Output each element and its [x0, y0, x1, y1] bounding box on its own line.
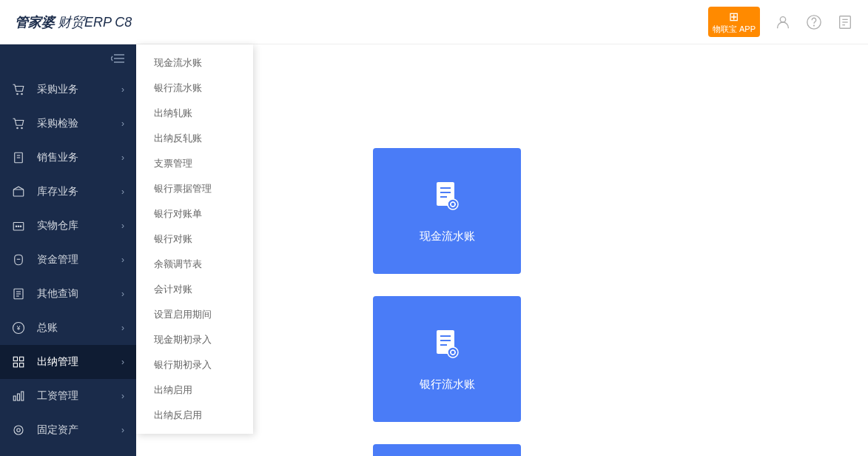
- submenu-cashier: 现金流水账银行流水账出纳轧账出纳反轧账支票管理银行票据管理银行对账单银行对账余额…: [136, 44, 253, 434]
- nav-icon: [12, 355, 27, 369]
- logo: 管家婆财贸ERP C8: [15, 13, 132, 31]
- nav-label: 采购业务: [37, 83, 78, 96]
- header-actions: ⊞ 物联宝 APP: [708, 7, 853, 36]
- nav-icon: [12, 389, 27, 403]
- chevron-right-icon: ›: [121, 84, 124, 95]
- sidebar-item-2[interactable]: 销售业务›: [0, 141, 136, 175]
- chevron-right-icon: ›: [121, 152, 124, 163]
- nav-icon: [12, 151, 27, 164]
- chevron-right-icon: ›: [121, 289, 124, 299]
- nav-label: 采购检验: [37, 117, 78, 130]
- chevron-right-icon: ›: [121, 255, 124, 265]
- svg-rect-32: [20, 363, 24, 367]
- sidebar-item-0[interactable]: 采购业务›: [0, 73, 136, 107]
- notes-icon[interactable]: [837, 14, 853, 30]
- submenu-item-12[interactable]: 银行期初录入: [136, 352, 253, 378]
- sidebar-item-6[interactable]: 其他查询›: [0, 277, 136, 311]
- user-icon[interactable]: [775, 14, 791, 30]
- submenu-item-10[interactable]: 设置启用期间: [136, 302, 253, 327]
- submenu-item-7[interactable]: 银行对账: [136, 227, 253, 252]
- nav-label: 固定资产: [37, 423, 78, 437]
- nav-icon: ¥: [12, 321, 27, 335]
- sidebar-item-3[interactable]: 库存业务›: [0, 175, 136, 209]
- svg-point-36: [14, 426, 23, 435]
- card-1[interactable]: 银行流水账: [373, 296, 521, 422]
- nav-icon: [12, 423, 27, 437]
- submenu-item-5[interactable]: 银行票据管理: [136, 176, 253, 201]
- sidebar-item-8[interactable]: 出纳管理›: [0, 345, 136, 379]
- submenu-item-4[interactable]: 支票管理: [136, 151, 253, 176]
- submenu-item-3[interactable]: 出纳反轧账: [136, 126, 253, 151]
- svg-point-21: [20, 226, 21, 227]
- svg-point-20: [18, 226, 19, 227]
- document-gear-icon: [431, 179, 463, 212]
- svg-point-19: [16, 226, 17, 227]
- svg-rect-17: [13, 190, 24, 196]
- submenu-item-2[interactable]: 出纳轧账: [136, 101, 253, 126]
- nav-label: 总账: [37, 321, 58, 335]
- nav-icon: [12, 83, 27, 96]
- nav-label: 库存业务: [37, 185, 78, 198]
- nav-label: 资金管理: [37, 253, 78, 266]
- sidebar-item-4[interactable]: 实物仓库›: [0, 209, 136, 243]
- nav-icon: [12, 287, 27, 301]
- sidebar-item-10[interactable]: 固定资产›: [0, 413, 136, 447]
- svg-point-0: [780, 16, 785, 21]
- app-badge-label: 物联宝 APP: [713, 24, 756, 33]
- card-label: 现金流水账: [420, 229, 475, 244]
- svg-rect-34: [18, 394, 20, 400]
- nav-label: 工资管理: [37, 389, 78, 403]
- document-gear-icon: [431, 327, 463, 360]
- submenu-item-0[interactable]: 现金流水账: [136, 50, 253, 76]
- submenu-item-11[interactable]: 现金期初录入: [136, 327, 253, 352]
- sidebar: 采购业务›采购检验›销售业务›库存业务›实物仓库›资金管理›其他查询›¥总账›出…: [0, 44, 136, 456]
- chevron-right-icon: ›: [121, 391, 124, 401]
- card-label: 银行流水账: [420, 378, 475, 392]
- nav-icon: [12, 185, 27, 198]
- svg-rect-35: [21, 392, 24, 400]
- submenu-item-8[interactable]: 余额调节表: [136, 252, 253, 277]
- svg-rect-30: [20, 357, 24, 361]
- nav-icon: [12, 117, 27, 130]
- svg-point-10: [17, 93, 18, 95]
- nav-label: 销售业务: [37, 151, 78, 164]
- chevron-right-icon: ›: [121, 323, 124, 333]
- chevron-right-icon: ›: [121, 118, 124, 129]
- nav-label: 其他查询: [37, 287, 78, 301]
- svg-point-2: [814, 25, 815, 26]
- collapse-button[interactable]: [0, 44, 136, 73]
- nav-label: 实物仓库: [37, 219, 78, 232]
- submenu-item-13[interactable]: 出纳启用: [136, 378, 253, 403]
- card-2[interactable]: 会计对账: [373, 444, 521, 456]
- svg-point-11: [21, 93, 23, 95]
- chevron-right-icon: ›: [121, 221, 124, 231]
- help-icon[interactable]: [806, 14, 822, 30]
- card-0[interactable]: 现金流水账: [373, 148, 521, 274]
- nav-label: 出纳管理: [37, 355, 78, 369]
- app-badge[interactable]: ⊞ 物联宝 APP: [708, 7, 760, 36]
- submenu-item-1[interactable]: 银行流水账: [136, 76, 253, 101]
- submenu-item-6[interactable]: 银行对账单: [136, 201, 253, 227]
- app-header: 管家婆财贸ERP C8 ⊞ 物联宝 APP: [0, 0, 868, 44]
- svg-point-48: [448, 347, 458, 358]
- svg-rect-33: [13, 396, 16, 400]
- nav-icon: [12, 219, 27, 232]
- chevron-right-icon: ›: [121, 187, 124, 197]
- sidebar-item-7[interactable]: ¥总账›: [0, 311, 136, 345]
- sidebar-item-5[interactable]: 资金管理›: [0, 243, 136, 277]
- sidebar-item-9[interactable]: 工资管理›: [0, 379, 136, 413]
- submenu-item-14[interactable]: 出纳反启用: [136, 403, 253, 428]
- chevron-right-icon: ›: [121, 425, 124, 435]
- nav-icon: [12, 253, 27, 266]
- sidebar-item-1[interactable]: 采购检验›: [0, 107, 136, 141]
- qr-icon: ⊞: [713, 10, 756, 24]
- svg-text:¥: ¥: [16, 325, 21, 332]
- svg-rect-31: [13, 363, 17, 367]
- submenu-item-9[interactable]: 会计对账: [136, 277, 253, 302]
- chevron-right-icon: ›: [121, 357, 124, 367]
- logo-main: 管家婆: [15, 15, 55, 30]
- svg-point-13: [21, 127, 23, 129]
- svg-rect-29: [13, 357, 17, 361]
- logo-sub: 财贸ERP C8: [58, 15, 132, 30]
- svg-point-37: [17, 429, 21, 432]
